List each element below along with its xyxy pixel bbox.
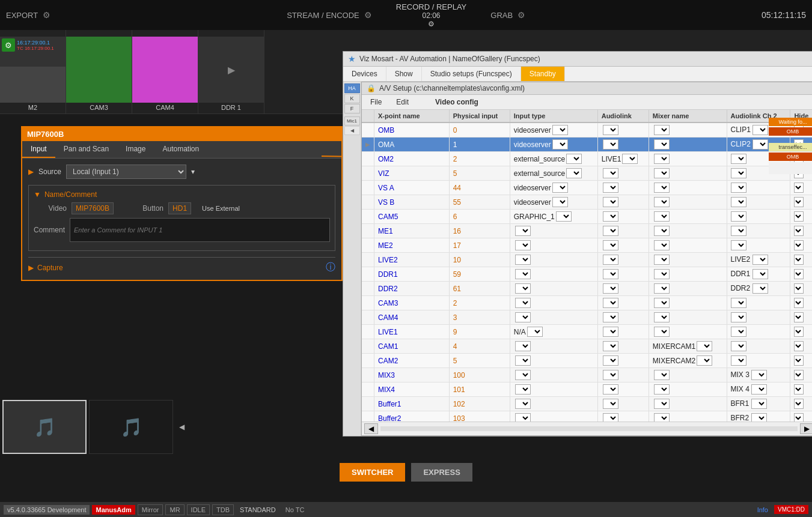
audiolink-select-11[interactable] bbox=[603, 283, 618, 294]
scroll-left-btn[interactable]: ◀ bbox=[364, 423, 378, 434]
table-row[interactable]: MIX4 101 MIX 4 bbox=[362, 382, 812, 397]
table-row[interactable]: VIZ 5 external_source bbox=[362, 166, 812, 181]
hide-select-15[interactable] bbox=[794, 341, 804, 351]
audiolink-select-9[interactable] bbox=[603, 255, 618, 265]
audiolink-select-6[interactable] bbox=[603, 211, 618, 222]
mixer-select-9[interactable] bbox=[654, 255, 670, 265]
row-physical-3[interactable]: 5 bbox=[449, 166, 510, 181]
row-xpoint-12[interactable]: CAM3 bbox=[374, 296, 450, 310]
status-tdb[interactable]: TDB bbox=[212, 504, 234, 515]
type-select-8[interactable] bbox=[515, 240, 531, 250]
row-audiolink-4[interactable] bbox=[597, 181, 649, 195]
row-type-12[interactable] bbox=[510, 296, 597, 310]
audiolink2-select-0[interactable] bbox=[752, 125, 768, 135]
hide-select-11[interactable] bbox=[794, 283, 804, 294]
cam-cam4[interactable]: CAM4 bbox=[132, 30, 198, 113]
row-xpoint-18[interactable]: MIX4 bbox=[374, 382, 450, 397]
table-row[interactable]: CAM4 3 bbox=[362, 310, 812, 325]
tab-image[interactable]: Image bbox=[117, 141, 154, 158]
row-mixer-17[interactable] bbox=[649, 368, 727, 382]
row-mixer-8[interactable] bbox=[649, 238, 727, 253]
audiolink-select-0[interactable] bbox=[603, 125, 618, 135]
row-type-0[interactable]: videoserver bbox=[510, 122, 597, 138]
thumb-prev-btn[interactable]: ◀ bbox=[176, 400, 188, 454]
row-hide-14[interactable] bbox=[790, 325, 812, 339]
audiolink2-select-5[interactable] bbox=[731, 197, 746, 207]
mixer-select-13[interactable] bbox=[654, 312, 670, 322]
row-xpoint-15[interactable]: CAM1 bbox=[374, 339, 450, 354]
row-audiolink-16[interactable] bbox=[597, 354, 649, 368]
row-physical-2[interactable]: 2 bbox=[449, 152, 510, 166]
collapse-btn[interactable]: ◀ bbox=[344, 126, 360, 135]
row-physical-9[interactable]: 10 bbox=[449, 253, 510, 267]
row-audiolink-0[interactable] bbox=[597, 122, 649, 138]
audiolink2-select-1[interactable] bbox=[752, 139, 768, 150]
row-xpoint-19[interactable]: Buffer1 bbox=[374, 397, 450, 411]
row-xpoint-0[interactable]: OMB bbox=[374, 122, 450, 138]
mixer-select-1[interactable] bbox=[654, 139, 670, 150]
audiolink-select-2[interactable] bbox=[622, 154, 638, 164]
row-audiolink-5[interactable] bbox=[597, 195, 649, 210]
row-hide-17[interactable] bbox=[790, 368, 812, 382]
table-row[interactable]: CAM2 5 MIXERCAM2 bbox=[362, 354, 812, 368]
menu-studio[interactable]: Studio setups (Funcspec) bbox=[422, 67, 521, 81]
export-item[interactable]: EXPORT ⚙ bbox=[6, 10, 50, 20]
row-mixer-0[interactable] bbox=[649, 122, 727, 138]
type-select-19[interactable] bbox=[515, 399, 531, 409]
row-type-14[interactable]: N/A bbox=[510, 325, 597, 339]
row-physical-12[interactable]: 2 bbox=[449, 296, 510, 310]
row-audiolink-8[interactable] bbox=[597, 238, 649, 253]
row-xpoint-14[interactable]: LIVE1 bbox=[374, 325, 450, 339]
audiolink-select-7[interactable] bbox=[603, 226, 618, 236]
mixer-select-3[interactable] bbox=[654, 168, 670, 178]
row-mixer-9[interactable] bbox=[649, 253, 727, 267]
row-xpoint-7[interactable]: ME1 bbox=[374, 224, 450, 238]
audiolink2-select-11[interactable] bbox=[752, 283, 768, 294]
table-row[interactable]: CAM5 6 GRAPHIC_1 bbox=[362, 210, 812, 224]
row-mixer-14[interactable] bbox=[649, 325, 727, 339]
hide-select-16[interactable] bbox=[794, 355, 804, 366]
hide-select-14[interactable] bbox=[794, 327, 804, 337]
row-type-6[interactable]: GRAPHIC_1 bbox=[510, 210, 597, 224]
row-physical-14[interactable]: 9 bbox=[449, 325, 510, 339]
row-type-7[interactable] bbox=[510, 224, 597, 238]
type-select-2[interactable] bbox=[566, 154, 582, 164]
row-audiolink-3[interactable] bbox=[597, 166, 649, 181]
mixer-select-15[interactable] bbox=[697, 341, 712, 351]
av-menu-edit[interactable]: Edit bbox=[390, 96, 415, 108]
row-audiolink-9[interactable] bbox=[597, 253, 649, 267]
row-audiolink2-11[interactable]: DDR2 bbox=[727, 282, 790, 296]
row-physical-7[interactable]: 16 bbox=[449, 224, 510, 238]
type-select-5[interactable] bbox=[552, 197, 568, 207]
type-select-4[interactable] bbox=[552, 183, 568, 193]
source-toggle[interactable]: ▶ bbox=[28, 168, 34, 176]
row-hide-20[interactable] bbox=[790, 411, 812, 422]
row-type-10[interactable] bbox=[510, 267, 597, 282]
row-audiolink-7[interactable] bbox=[597, 224, 649, 238]
row-xpoint-16[interactable]: CAM2 bbox=[374, 354, 450, 368]
source-select[interactable]: Local (Input 1) bbox=[66, 165, 186, 179]
table-row[interactable]: ME1 16 bbox=[362, 224, 812, 238]
row-hide-10[interactable] bbox=[790, 267, 812, 282]
mixer-select-10[interactable] bbox=[654, 269, 670, 279]
row-xpoint-11[interactable]: DDR2 bbox=[374, 282, 450, 296]
row-audiolink-13[interactable] bbox=[597, 310, 649, 325]
audiolink-select-19[interactable] bbox=[603, 399, 618, 409]
row-hide-6[interactable] bbox=[790, 210, 812, 224]
type-select-9[interactable] bbox=[515, 255, 531, 265]
row-xpoint-4[interactable]: VS A bbox=[374, 181, 450, 195]
info-icon[interactable]: ⓘ bbox=[326, 261, 335, 274]
row-mixer-3[interactable] bbox=[649, 166, 727, 181]
row-mixer-19[interactable] bbox=[649, 397, 727, 411]
mixer-select-12[interactable] bbox=[654, 298, 670, 308]
comment-input[interactable] bbox=[70, 218, 330, 242]
row-physical-5[interactable]: 55 bbox=[449, 195, 510, 210]
menu-show[interactable]: Show bbox=[386, 67, 422, 81]
row-hide-4[interactable] bbox=[790, 181, 812, 195]
mixer-select-6[interactable] bbox=[654, 211, 670, 222]
row-physical-0[interactable]: 0 bbox=[449, 122, 510, 138]
horizontal-scrollbar[interactable] bbox=[380, 426, 798, 431]
audiolink-select-3[interactable] bbox=[603, 168, 618, 178]
cam-m2[interactable]: ⚙ 16:17:29:00.1 TC 16:17:29:00.1 M2 bbox=[0, 30, 66, 113]
audiolink2-select-7[interactable] bbox=[731, 226, 746, 236]
